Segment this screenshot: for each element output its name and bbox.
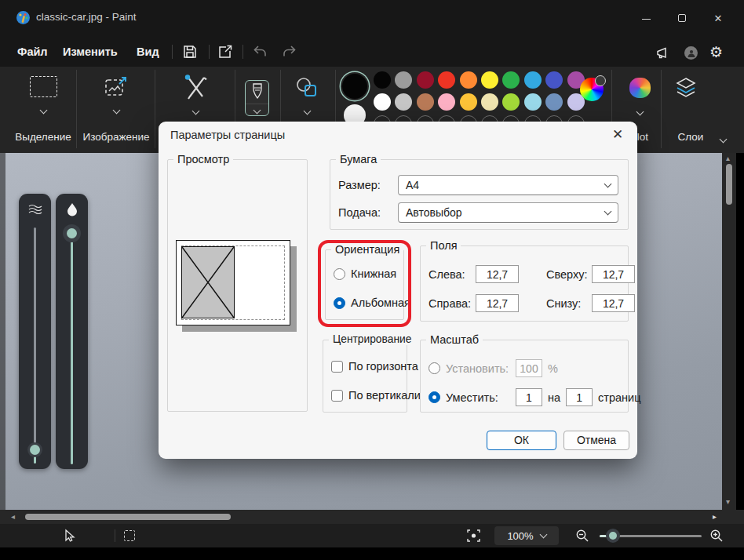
color-swatch[interactable] [545, 93, 563, 111]
paper-size-select[interactable]: A4 [398, 175, 618, 195]
status-bar: 100% [0, 524, 744, 547]
horizontal-checkbox-row[interactable]: По горизонта [331, 360, 418, 373]
account-icon[interactable] [684, 44, 702, 61]
brush-tool-selected[interactable] [245, 80, 269, 116]
scroll-left-arrow[interactable]: ◂ [11, 510, 15, 524]
share-icon[interactable] [217, 43, 234, 60]
chevron-down-icon[interactable] [253, 107, 261, 115]
paper-group: Бумага Размер: A4 Подача: Автовыбор [330, 159, 629, 230]
undo-icon[interactable] [251, 43, 268, 60]
shapes-icon[interactable] [294, 76, 320, 100]
ok-button[interactable]: ОК [487, 431, 556, 450]
horizontal-checkbox[interactable] [331, 361, 343, 373]
menu-view[interactable]: Вид [137, 42, 159, 61]
landscape-radio[interactable] [334, 297, 345, 309]
minimize-button[interactable] [634, 13, 658, 25]
save-icon[interactable] [181, 43, 199, 60]
adjust-radio-row[interactable]: Установить: % [429, 359, 558, 377]
vertical-checkbox[interactable] [331, 390, 343, 402]
opacity-slider-thumb[interactable] [63, 224, 81, 242]
portrait-radio-row[interactable]: Книжная [334, 267, 396, 280]
fit-pages-field-1[interactable] [516, 388, 542, 406]
color-swatch[interactable] [545, 71, 563, 89]
maximize-button[interactable] [670, 13, 694, 25]
title-bar: classic-car.jpg - Paint ✕ [0, 0, 744, 35]
landscape-radio-row[interactable]: Альбомная [334, 296, 410, 309]
color-swatch[interactable] [374, 71, 391, 89]
color-swatch[interactable] [524, 71, 542, 89]
settings-gear-icon[interactable]: ⚙ [709, 44, 727, 61]
window-title: classic-car.jpg - Paint [36, 11, 137, 23]
image-tool-icon[interactable] [102, 75, 130, 100]
paint-app-icon [16, 10, 31, 25]
page-setup-dialog: Параметры страницы ✕ Просмотр Бумага Раз… [159, 122, 637, 459]
zoom-slider-thumb[interactable] [606, 529, 620, 543]
color-swatch[interactable] [460, 93, 477, 111]
margin-bottom-field[interactable] [592, 294, 635, 312]
color-swatch[interactable] [502, 93, 520, 111]
cursor-position-icon [63, 529, 75, 543]
scroll-down-arrow[interactable]: ▾ [726, 495, 730, 509]
color-swatch[interactable] [481, 71, 498, 89]
size-slider-track[interactable] [34, 227, 36, 453]
scroll-right-arrow[interactable]: ▸ [713, 510, 717, 524]
adjust-percent-field[interactable] [516, 359, 542, 377]
selection-tool-icon[interactable] [30, 76, 57, 97]
fit-radio[interactable] [429, 391, 440, 403]
adjust-radio[interactable] [429, 362, 440, 374]
color-swatch[interactable] [417, 71, 434, 89]
dialog-close-icon[interactable]: ✕ [609, 126, 626, 144]
margin-top-field[interactable] [592, 265, 635, 283]
cancel-button[interactable]: Отмена [563, 431, 629, 450]
vertical-scrollbar-thumb[interactable] [726, 164, 732, 205]
zoom-level-dropdown[interactable]: 100% [494, 526, 559, 545]
chevron-down-icon[interactable] [304, 107, 312, 115]
horizontal-scrollbar-thumb[interactable] [25, 514, 231, 520]
centering-group-label: Центрирование [329, 333, 415, 345]
close-button[interactable]: ✕ [706, 13, 730, 25]
chevron-down-icon[interactable] [113, 107, 121, 115]
zoom-out-icon[interactable] [575, 529, 589, 543]
color-swatch[interactable] [395, 71, 412, 89]
layers-icon[interactable] [673, 76, 698, 100]
chevron-down-icon[interactable] [192, 107, 200, 115]
paint-window: classic-car.jpg - Paint ✕ Файл Изменить … [0, 0, 744, 560]
color-swatch[interactable] [374, 93, 391, 111]
paper-source-value: Автовыбор [406, 206, 462, 219]
margin-right-field[interactable] [476, 294, 519, 312]
color1-swatch[interactable] [342, 74, 367, 99]
feedback-megaphone-icon[interactable] [655, 44, 672, 61]
color-swatch[interactable] [417, 93, 434, 111]
copilot-icon[interactable] [629, 78, 651, 98]
color-swatch[interactable] [438, 71, 455, 89]
tools-icon[interactable] [181, 73, 212, 103]
fit-pages-field-2[interactable] [566, 388, 593, 406]
color-swatch[interactable] [502, 71, 520, 89]
vertical-scrollbar[interactable]: ▴ ▾ [722, 153, 736, 510]
paper-source-select[interactable]: Автовыбор [398, 202, 618, 223]
selection-size-icon [124, 530, 135, 541]
fit-to-screen-icon[interactable] [466, 529, 481, 543]
menu-file[interactable]: Файл [17, 42, 48, 61]
chevron-down-icon[interactable] [636, 108, 644, 116]
margin-top-label: Сверху: [546, 268, 592, 281]
menu-edit[interactable]: Изменить [63, 42, 118, 61]
color-swatch[interactable] [460, 71, 477, 89]
zoom-in-icon[interactable] [709, 529, 724, 543]
color-swatch[interactable] [438, 93, 455, 111]
fit-radio-row[interactable]: Уместить: на страниц [429, 388, 641, 406]
portrait-radio[interactable] [334, 268, 345, 280]
edit-colors-wheel-icon[interactable] [580, 78, 604, 101]
color-swatch[interactable] [395, 93, 412, 111]
color-swatch[interactable] [481, 93, 498, 111]
image-group-label[interactable]: Изображение [73, 131, 159, 143]
margin-left-field[interactable] [476, 265, 519, 283]
size-slider-thumb[interactable] [27, 442, 42, 457]
redo-icon[interactable] [281, 43, 298, 60]
opacity-slider-panel [56, 194, 88, 469]
chevron-down-icon[interactable] [40, 107, 48, 115]
paper-source-label: Подача: [338, 206, 398, 219]
color-swatch[interactable] [524, 93, 542, 111]
horizontal-scrollbar[interactable]: ◂ ▸ [0, 510, 744, 524]
vertical-checkbox-row[interactable]: По вертикали [331, 389, 421, 402]
